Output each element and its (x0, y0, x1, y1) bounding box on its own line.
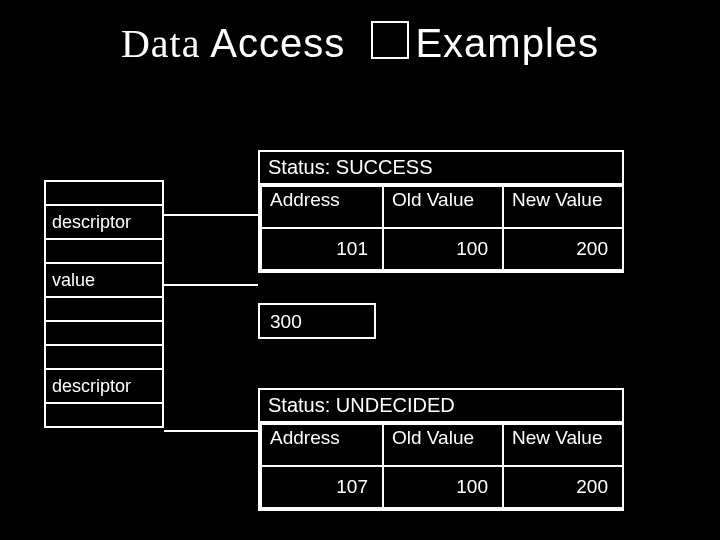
missing-glyph-icon (371, 21, 409, 59)
title-word-3: Examples (415, 21, 599, 65)
label-cell-empty (45, 321, 163, 345)
status-row: Status: SUCCESS (260, 152, 622, 185)
label-descriptor-2: descriptor (45, 369, 163, 403)
status-value: UNDECIDED (336, 394, 455, 416)
status-row: Status: UNDECIDED (260, 390, 622, 423)
descriptor-table: Address Old Value New Value 101 100 200 (260, 185, 624, 271)
header-old-value: Old Value (383, 424, 503, 466)
label-cell-empty (45, 297, 163, 321)
descriptor-block-success: Status: SUCCESS Address Old Value New Va… (258, 150, 624, 273)
title-word-1: Data (121, 21, 201, 66)
connector-line (164, 430, 258, 432)
title-word-2: Access (210, 21, 345, 65)
cell-new-value: 200 (503, 466, 623, 508)
slide: Data Access Examples descriptor value de… (0, 0, 720, 540)
status-value: SUCCESS (336, 156, 433, 178)
table-header-row: Address Old Value New Value (261, 186, 623, 228)
table-header-row: Address Old Value New Value (261, 424, 623, 466)
label-cell-empty (45, 181, 163, 205)
label-cell-empty (45, 403, 163, 427)
cell-old-value: 100 (383, 228, 503, 270)
status-label: Status: (268, 156, 330, 178)
label-column-table: descriptor value descriptor (44, 180, 164, 428)
descriptor-table: Address Old Value New Value 107 100 200 (260, 423, 624, 509)
descriptor-block-undecided: Status: UNDECIDED Address Old Value New … (258, 388, 624, 511)
header-new-value: New Value (503, 186, 623, 228)
label-cell-empty (45, 239, 163, 263)
header-new-value: New Value (503, 424, 623, 466)
header-address: Address (261, 424, 383, 466)
value-cell-300: 300 (258, 303, 376, 339)
cell-address: 107 (261, 466, 383, 508)
header-old-value: Old Value (383, 186, 503, 228)
connector-line (164, 214, 258, 216)
slide-title: Data Access Examples (0, 20, 720, 67)
label-descriptor-1: descriptor (45, 205, 163, 239)
header-address: Address (261, 186, 383, 228)
status-label: Status: (268, 394, 330, 416)
table-row: 101 100 200 (261, 228, 623, 270)
table-row: 107 100 200 (261, 466, 623, 508)
label-cell-empty (45, 345, 163, 369)
label-value: value (45, 263, 163, 297)
connector-line (164, 284, 258, 286)
cell-old-value: 100 (383, 466, 503, 508)
cell-new-value: 200 (503, 228, 623, 270)
cell-address: 101 (261, 228, 383, 270)
